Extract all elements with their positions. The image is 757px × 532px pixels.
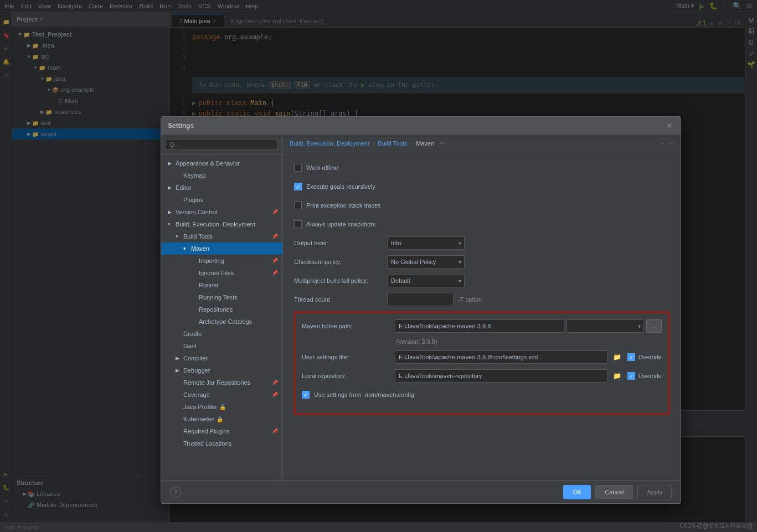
lock-icon-2: 🔒 xyxy=(217,416,223,422)
dialog-close-button[interactable]: ✕ xyxy=(665,121,674,130)
stree-importing[interactable]: Importing 📌 xyxy=(161,255,282,267)
use-settings-checkbox[interactable] xyxy=(302,391,310,399)
breadcrumb-sep-1: › xyxy=(373,140,375,147)
settings-search-area xyxy=(161,135,282,155)
maven-home-browse-button[interactable]: … xyxy=(646,319,662,333)
stree-trusted-locations[interactable]: Trusted Locations xyxy=(161,437,282,450)
checksum-policy-select[interactable]: No Global Policy Strict Lenient xyxy=(387,255,465,268)
always-update-checkbox[interactable] xyxy=(294,220,302,228)
stree-pin: 📌 xyxy=(272,380,278,385)
apply-button[interactable]: Apply xyxy=(637,485,672,499)
ok-button[interactable]: OK xyxy=(563,485,591,499)
stree-label: Keymap xyxy=(183,172,205,179)
stree-keymap[interactable]: Keymap xyxy=(161,169,282,182)
stree-pin: 📌 xyxy=(272,234,278,239)
stree-pin: 📌 xyxy=(272,270,278,276)
breadcrumb-back[interactable]: ← xyxy=(660,140,666,147)
stree-repositories[interactable]: Repositories xyxy=(161,303,282,316)
output-level-select-wrapper: Info Debug Error Warn xyxy=(387,236,465,250)
thread-count-input[interactable] xyxy=(387,293,454,306)
maven-version-label: (Version: 3.9.8) xyxy=(396,338,662,345)
stree-label: Repositories xyxy=(199,306,233,313)
stree-remote-jar[interactable]: Remote Jar Repositories 📌 xyxy=(161,376,282,389)
work-offline-checkbox[interactable] xyxy=(294,164,302,172)
local-repo-input[interactable] xyxy=(395,369,607,383)
watermark: CSDN @@浙水流年轻染尘@ xyxy=(679,522,753,530)
stree-debugger[interactable]: ▶ Debugger xyxy=(161,364,282,376)
stree-build-exec[interactable]: ▾ Build, Execution, Deployment xyxy=(161,218,282,230)
stree-ignored-files[interactable]: Ignored Files 📌 xyxy=(161,267,282,279)
stree-compiler[interactable]: ▶ Compiler xyxy=(161,352,282,364)
stree-arrow: ▶ xyxy=(168,185,176,190)
stree-appearance[interactable]: ▶ Appearance & Behavior xyxy=(161,157,282,169)
stree-build-tools[interactable]: ▾ Build Tools 📌 xyxy=(161,230,282,242)
stree-gant[interactable]: Gant xyxy=(161,340,282,352)
stree-gradle[interactable]: Gradle xyxy=(161,328,282,340)
use-settings-label: Use settings from .mvn/maven.config xyxy=(314,391,414,398)
execute-goals-checkbox[interactable] xyxy=(294,183,302,190)
stree-version-control[interactable]: ▶ Version Control 📌 xyxy=(161,206,282,218)
stree-label: Build, Execution, Deployment xyxy=(176,221,255,228)
maven-home-dropdown[interactable] xyxy=(567,319,644,333)
stree-kubernetes[interactable]: Kubernetes 🔒 xyxy=(161,413,282,425)
settings-search-input[interactable] xyxy=(166,139,278,150)
lock-icon: 🔒 xyxy=(219,404,226,410)
always-update-row: Always update snapshots xyxy=(294,218,670,231)
stree-label: Debugger xyxy=(183,367,210,374)
stree-label: Java Profiler xyxy=(183,404,217,410)
user-settings-folder-btn[interactable]: 📁 xyxy=(612,352,623,363)
thread-count-label: Thread count xyxy=(294,296,383,303)
stree-editor[interactable]: ▶ Editor xyxy=(161,182,282,194)
stree-plugins[interactable]: Plugins xyxy=(161,194,282,206)
output-level-select[interactable]: Info Debug Error Warn xyxy=(387,236,465,250)
use-settings-row: Use settings from .mvn/maven.config xyxy=(302,388,662,401)
stree-runner[interactable]: Runner xyxy=(161,279,282,291)
user-settings-override-label: Override xyxy=(638,354,662,360)
breadcrumb-part-2[interactable]: Build Tools xyxy=(378,140,407,147)
local-repo-folder-btn[interactable]: 📁 xyxy=(612,370,623,381)
breadcrumb-part-1[interactable]: Build, Execution, Deployment xyxy=(290,140,369,147)
maven-home-input[interactable] xyxy=(395,319,564,333)
stree-label: Compiler xyxy=(183,355,208,361)
stree-arrow: ▾ xyxy=(183,246,191,251)
stree-java-profiler[interactable]: Java Profiler 🔒 xyxy=(161,401,282,413)
local-repo-label: Local repository: xyxy=(302,373,390,379)
multiproject-select[interactable]: Default Never AtEnd Fail xyxy=(387,274,465,287)
cancel-button[interactable]: Cancel xyxy=(595,485,633,499)
stree-label: Trusted Locations xyxy=(183,440,231,447)
stree-maven[interactable]: ▾ Maven xyxy=(161,242,282,255)
stree-arrow: ▶ xyxy=(176,355,183,361)
breadcrumb-forward[interactable]: → xyxy=(668,140,674,147)
breadcrumb-edit-icon[interactable]: ✏ xyxy=(440,140,445,147)
user-settings-override-checkbox[interactable] xyxy=(627,353,635,361)
stree-running-tests[interactable]: Running Tests xyxy=(161,291,282,303)
print-exception-checkbox[interactable] xyxy=(294,202,302,209)
settings-content: Build, Execution, Deployment › Build Too… xyxy=(283,135,681,480)
stree-coverage[interactable]: Coverage 📌 xyxy=(161,389,282,401)
checksum-policy-label: Checksum policy: xyxy=(294,259,383,265)
breadcrumb-nav: ← → xyxy=(660,140,674,147)
breadcrumb-sep-2: › xyxy=(410,140,413,147)
stree-archetype-catalogs[interactable]: Archetype Catalogs xyxy=(161,316,282,328)
settings-overlay: Settings ✕ ▶ Appearance & Behavior xyxy=(0,0,757,532)
stree-label: Version Control xyxy=(176,209,217,215)
checksum-select-wrapper: No Global Policy Strict Lenient xyxy=(387,255,465,268)
stree-label: Maven xyxy=(191,245,209,252)
stree-arrow: ▶ xyxy=(168,209,176,215)
stree-label: Appearance & Behavior xyxy=(176,160,240,167)
stree-label: Gant xyxy=(183,343,197,349)
help-button[interactable]: ? xyxy=(170,487,181,498)
user-settings-input[interactable] xyxy=(395,350,607,364)
stree-arrow: ▾ xyxy=(176,234,183,239)
stree-label: Ignored Files xyxy=(199,270,234,276)
stree-label: Build Tools xyxy=(183,233,213,240)
thread-count-row: Thread count -T option xyxy=(294,293,670,306)
work-offline-label: Work offline xyxy=(306,164,338,171)
maven-home-label: Maven home path: xyxy=(302,323,390,329)
local-repo-override-checkbox[interactable] xyxy=(627,372,635,380)
stree-pin: 📌 xyxy=(272,428,278,434)
stree-required-plugins[interactable]: Required Plugins 📌 xyxy=(161,425,282,437)
output-level-row: Output level: Info Debug Error Warn xyxy=(294,236,670,250)
local-repo-override-label: Override xyxy=(638,373,662,379)
settings-breadcrumb: Build, Execution, Deployment › Build Too… xyxy=(283,135,681,152)
